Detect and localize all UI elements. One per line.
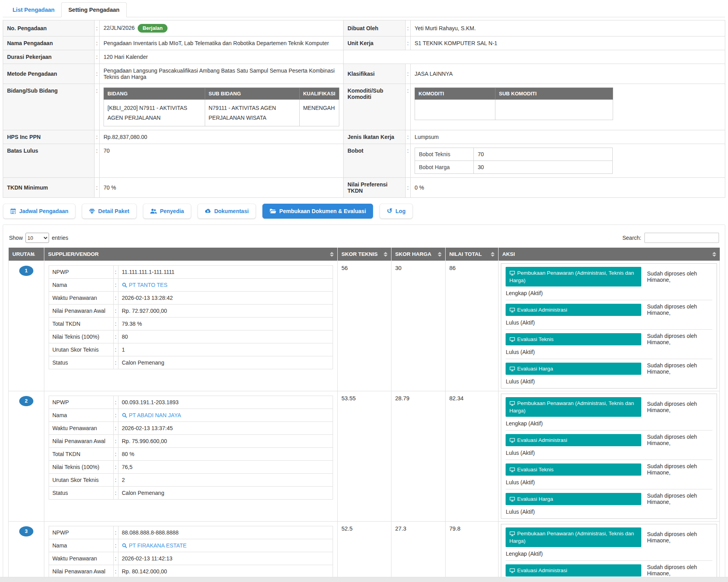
cloud-download-icon [205,208,211,214]
supplier-detail-table: NPWP00.093.191.1-203.1893 NamaPT ABADI N… [49,396,333,500]
bidang-value: [KBLI_2020] N7911 - AKTIVITAS AGEN PERJA… [104,100,205,126]
info-row-metode: Metode Pengadaan Pengadaan Langsung Pasc… [3,64,725,84]
evaluasi-administrasi-button[interactable]: Evaluasi Administrasi [506,304,641,316]
processed-by-text: Sudah diproses oleh Himaone, [647,303,713,316]
evaluasi-harga-button[interactable]: Evaluasi Harga [506,493,641,505]
supplier-detail-table: NPWP11.111.111.1-111.1111 NamaPT TANTO T… [49,265,333,369]
pembukaan-penawaran-button[interactable]: Pembukaan Penawaran (Administrasi, Tekni… [506,267,641,286]
horizontal-scrollbar[interactable] [0,577,728,582]
field-label: Urutan Skor Teknis [49,343,113,356]
urutan-skor-value: 2 [118,474,333,487]
tab-setting-pengadaan[interactable]: Setting Pengadaan [61,2,127,17]
no-pengadaan-value: 22/JLN/2026 [104,25,135,31]
pembukaan-penawaran-button[interactable]: Pembukaan Penawaran (Administrasi, Tekni… [506,527,641,547]
result-text: Lengkap (Aktif) [506,551,713,557]
column-header-skor-teknis[interactable]: SKOR TEKNIS [337,248,391,261]
monitor-icon [510,367,515,371]
search-icon [122,413,127,418]
field-label: Nilai Penawaran Awal [49,305,113,317]
field-label: Waktu Penawaran [49,552,113,565]
evaluasi-administrasi-button[interactable]: Evaluasi Administrasi [506,434,641,446]
log-button[interactable]: ↺ Log [380,204,413,219]
aksi-box: Pembukaan Penawaran (Administrasi, Tekni… [501,263,717,389]
waktu-penawaran-value: 2026-02-13 13:37:45 [118,422,333,435]
aksi-item: Evaluasi TeknisSudah diproses oleh Himao… [506,330,713,359]
status-badge: Berjalan [138,24,167,33]
field-label: Waktu Penawaran [49,422,113,435]
aksi-box: Pembukaan Penawaran (Administrasi, Tekni… [501,524,717,582]
klasifikasi-value: JASA LAINNYA [411,64,725,84]
processed-by-text: Sudah diproses oleh Himaone, [647,463,713,476]
column-header-nilai-total[interactable]: NILAI TOTAL [445,248,498,261]
status-value: Calon Pemenang [118,487,333,500]
column-header-urutan[interactable]: URUTAN [9,248,44,261]
dokumentasi-button[interactable]: Dokumentasi [198,204,256,219]
pembukaan-penawaran-button[interactable]: Pembukaan Penawaran (Administrasi, Tekni… [506,397,641,417]
bobot-harga-label: Bobot Harga [415,161,474,174]
column-header-supplier[interactable]: SUPPLIER/VENDOR [44,248,337,261]
info-label: Bobot [344,144,406,178]
kualifikasi-value: MENENGAH [299,100,339,126]
evaluasi-administrasi-button[interactable]: Evaluasi Administrasi [506,564,641,577]
status-value: Calon Pemenang [118,356,333,369]
field-label: NPWP [49,526,113,539]
sub-komoditi-header: SUB KOMODITI [495,88,613,100]
page-size-control: Show 10 entries [9,233,68,243]
page-size-select[interactable]: 10 [25,233,49,243]
field-label: NPWP [49,266,113,279]
field-label: Waktu Penawaran [49,292,113,305]
sort-icon [384,252,388,257]
nilai-teknis-value: 76,5 [118,461,333,474]
column-header-skor-harga[interactable]: SKOR HARGA [391,248,445,261]
nilai-penawaran-value: Rp. 75.990.600,00 [118,435,333,448]
aksi-item: Evaluasi HargaSudah diproses oleh Himaon… [506,359,713,388]
evaluasi-teknis-button[interactable]: Evaluasi Teknis [506,333,641,345]
info-row-durasi: Durasi Pekerjaan 120 Hari Kalender [3,50,725,64]
field-label: Total TKDN [49,317,113,330]
metode-value: Pengadaan Langsung Pascakualifikasi Amba… [100,64,344,84]
skor-harga-cell: 28.79 [391,391,445,522]
evaluasi-harga-button[interactable]: Evaluasi Harga [506,363,641,375]
penyedia-button[interactable]: Penyedia [143,204,191,219]
bidang-header: BIDANG [104,88,205,100]
tab-list-pengadaan[interactable]: List Pengadaan [6,3,61,17]
info-label: Metode Pengadaan [3,64,95,84]
urutan-skor-value: 1 [118,343,333,356]
info-label: Komoditi/Sub Komoditi [344,84,406,130]
info-label: Klasifikasi [344,64,406,84]
entries-label: entries [52,235,68,241]
vendor-link[interactable]: PT ABADI NAN JAYA [122,412,181,418]
procurement-info-table: No. Pengadaan 22/JLN/2026Berjalan Dibuat… [3,20,725,198]
processed-by-text: Sudah diproses oleh Himaone, [647,564,713,577]
folder-open-icon [269,208,276,214]
info-label: Jenis Ikatan Kerja [344,130,406,144]
gem-icon [89,208,95,214]
skor-harga-cell: 30 [391,261,445,391]
column-header-aksi[interactable]: AKSI [498,248,720,261]
batas-lulus-value: 70 [100,144,344,178]
vendor-link[interactable]: PT TANTO TES [122,282,167,288]
search-input[interactable] [644,233,719,243]
field-label: Status [49,356,113,369]
row-number-badge: 1 [19,266,33,276]
evaluasi-teknis-button[interactable]: Evaluasi Teknis [506,463,641,476]
processed-by-text: Sudah diproses oleh Himaone, [647,493,713,505]
jadwal-pengadaan-button[interactable]: Jadwal Pengadaan [3,204,75,219]
nilai-penawaran-value: Rp. 80.142.000,00 [118,565,333,578]
sort-icon [438,252,442,257]
info-row-nama-pengadaan: Nama Pengadaan Pengadaan Inventaris Lab … [3,36,725,50]
table-row: 3 NPWP88.088.888.8-888.8888 NamaPT FIRAK… [9,522,720,582]
vendor-link[interactable]: PT FIRAKANA ESTATE [122,542,187,549]
aksi-item: Evaluasi HargaSudah diproses oleh Himaon… [506,489,713,518]
processed-by-text: Sudah diproses oleh Himaone, [647,531,713,544]
sort-icon [330,252,334,257]
pembukaan-dokumen-evaluasi-button[interactable]: Pembukaan Dokumen & Evaluasi [262,204,373,219]
section-nav: Jadwal Pengadaan Detail Paket Penyedia D… [3,204,725,219]
aksi-item: Evaluasi AdministrasiSudah diproses oleh… [506,431,713,460]
result-text: Lengkap (Aktif) [506,290,713,296]
monitor-icon [510,438,515,443]
detail-paket-button[interactable]: Detail Paket [82,204,136,219]
info-label: HPS Inc PPN [3,130,95,144]
nilai-teknis-value: 80 [118,330,333,343]
bobot-table: Bobot Teknis 70 Bobot Harga 30 [415,148,613,174]
